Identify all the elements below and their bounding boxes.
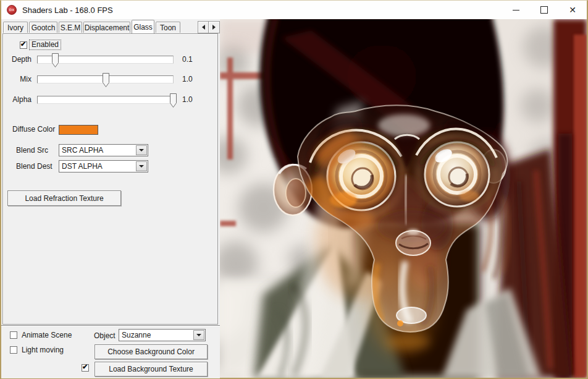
blend-dest-label: Blend Dest <box>16 162 52 171</box>
depth-slider[interactable] <box>37 56 174 64</box>
depth-value: 0.1 <box>182 55 193 64</box>
tab-strip: Ivory Gootch S.E.M Displacement Glass To… <box>2 20 219 33</box>
object-dropdown-button[interactable] <box>193 330 204 340</box>
chevron-down-icon <box>139 165 144 168</box>
render-viewport[interactable] <box>220 19 587 378</box>
animate-scene-label: Animate Scene <box>22 331 72 339</box>
arrow-right-icon <box>212 25 216 30</box>
mix-slider[interactable] <box>37 75 174 83</box>
window-content: Ivory Gootch S.E.M Displacement Glass To… <box>1 19 587 378</box>
app-icon: DX <box>7 5 17 15</box>
enabled-checkbox[interactable]: ✔ <box>20 41 27 49</box>
blend-dest-value: DST ALPHA <box>62 162 103 171</box>
arrow-left-icon <box>202 25 205 30</box>
alpha-value: 1.0 <box>182 95 193 104</box>
close-button[interactable]: ✕ <box>558 1 587 19</box>
title-bar[interactable]: DX Shaders Lab - 168.0 FPS ✕ <box>1 1 587 19</box>
chevron-down-icon <box>196 334 201 336</box>
mix-slider-thumb[interactable] <box>103 73 109 87</box>
window-title: Shaders Lab - 168.0 FPS <box>22 6 113 15</box>
blend-dest-combobox[interactable]: DST ALPHA <box>59 160 148 172</box>
glass-tab-page: ✔ Enabled Depth 0.1 Mix 1.0 Alpha <box>2 33 218 325</box>
alpha-slider[interactable] <box>37 96 174 104</box>
maximize-button[interactable] <box>530 1 558 19</box>
viewport-painting <box>220 19 587 378</box>
tab-gootch[interactable]: Gootch <box>29 22 57 33</box>
depth-slider-thumb[interactable] <box>52 53 59 67</box>
minimize-button[interactable] <box>502 1 530 19</box>
diffuse-color-label: Diffuse Color <box>12 125 55 134</box>
maximize-icon <box>540 6 548 14</box>
load-refraction-texture-button[interactable]: Load Refraction Texture <box>7 190 121 206</box>
light-moving-label: Light moving <box>22 346 64 354</box>
enabled-label: Enabled <box>32 40 59 49</box>
diffuse-color-swatch[interactable] <box>59 125 98 135</box>
blend-src-label: Blend Src <box>16 146 48 155</box>
app-icon-text: DX <box>9 8 14 12</box>
blend-src-value: SRC ALPHA <box>62 146 103 155</box>
alpha-slider-thumb[interactable] <box>170 93 177 108</box>
light-moving-checkbox[interactable]: ✔ <box>10 346 17 354</box>
mix-value: 1.0 <box>182 75 193 83</box>
blend-src-dropdown-button[interactable] <box>136 145 147 155</box>
tab-glass[interactable]: Glass <box>132 20 154 33</box>
tab-ivory[interactable]: Ivory <box>3 22 28 33</box>
object-combobox[interactable]: Suzanne <box>119 329 206 341</box>
window-controls: ✕ <box>502 1 587 19</box>
tab-scroll-right-button[interactable] <box>208 21 220 33</box>
blend-dest-dropdown-button[interactable] <box>136 161 147 171</box>
depth-label: Depth <box>10 55 32 64</box>
bottom-bar: ✔ Animate Scene ✔ Light moving Object Su… <box>1 325 220 378</box>
blend-src-combobox[interactable]: SRC ALPHA <box>59 144 148 156</box>
animate-scene-checkbox[interactable]: ✔ <box>10 331 17 339</box>
load-background-texture-checkbox[interactable]: ✔ <box>82 364 89 372</box>
load-background-texture-button[interactable]: Load Background Texture <box>94 362 208 377</box>
controls-panel: Ivory Gootch S.E.M Displacement Glass To… <box>1 19 220 378</box>
tab-sem[interactable]: S.E.M <box>59 22 82 33</box>
mix-label: Mix <box>10 75 32 83</box>
chevron-down-icon <box>139 149 144 151</box>
minimize-icon <box>513 10 519 11</box>
enabled-focus-rect: Enabled <box>29 40 61 50</box>
close-icon: ✕ <box>569 6 576 14</box>
object-label: Object <box>94 331 116 340</box>
alpha-label: Alpha <box>10 95 32 104</box>
tab-toon[interactable]: Toon <box>156 22 180 33</box>
choose-background-color-button[interactable]: Choose Background Color <box>94 344 208 359</box>
object-value: Suzanne <box>122 331 151 339</box>
tab-displacement[interactable]: Displacement <box>83 22 130 33</box>
app-window: DX Shaders Lab - 168.0 FPS ✕ Ivory Gootc… <box>0 0 588 379</box>
